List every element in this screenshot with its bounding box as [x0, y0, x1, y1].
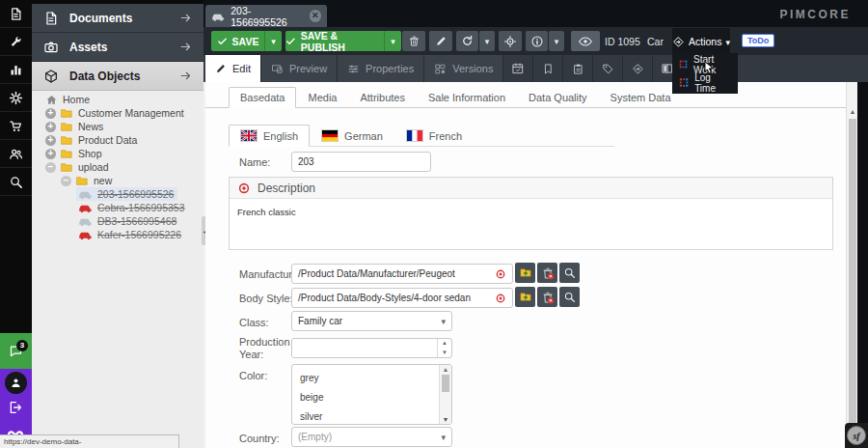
info-menu-button[interactable] — [549, 31, 564, 51]
reports-button[interactable] — [563, 55, 593, 82]
tab-language-french[interactable]: French — [394, 125, 474, 147]
save-menu-button[interactable] — [264, 31, 282, 51]
workflow-dots-icon — [679, 59, 688, 70]
panel-documents[interactable]: Documents — [32, 4, 203, 33]
rename-button[interactable] — [429, 31, 452, 51]
reload-button[interactable] — [456, 31, 478, 51]
document-tab[interactable]: 203-1566995526 ✕ — [205, 5, 327, 27]
tab-edit[interactable]: Edit — [205, 55, 261, 82]
tree-item-folder[interactable]: Shop — [32, 147, 203, 160]
collapse-icon[interactable] — [61, 176, 71, 186]
object-toolbar: SAVE SAVE & PUBLISH ID 1095 Car Actions — [203, 27, 868, 55]
tab-basedata[interactable]: Basedata — [229, 87, 296, 108]
tree-item-object[interactable]: Cobra-1566995353 — [32, 201, 203, 214]
tab-preview[interactable]: Preview — [261, 55, 338, 82]
body-style-input[interactable]: /Product Data/Body-Styles/4-door sedan — [291, 288, 513, 308]
scrollbar-thumb[interactable] — [442, 375, 449, 392]
calendar-check-icon — [511, 62, 525, 75]
expand-icon[interactable] — [45, 149, 56, 159]
class-select[interactable]: Family car — [291, 311, 452, 331]
save-publish-menu-button[interactable] — [384, 31, 401, 51]
tree-item-folder[interactable]: Product Data — [32, 133, 203, 147]
tags-button[interactable] — [593, 55, 623, 82]
reports-nav-icon[interactable] — [0, 56, 32, 84]
description-editor[interactable]: French classic — [230, 199, 832, 225]
tools-nav-icon[interactable] — [0, 28, 32, 56]
country-select[interactable]: (Empty) — [291, 427, 452, 447]
tree-item-folder[interactable]: upload — [32, 160, 203, 174]
tab-properties[interactable]: Properties — [338, 55, 424, 82]
trash-icon — [408, 35, 420, 47]
symfony-debug-toggle[interactable]: sf — [845, 423, 868, 448]
ecommerce-nav-icon[interactable] — [0, 112, 32, 140]
save-publish-button[interactable]: SAVE & PUBLISH — [285, 31, 384, 51]
locate-in-tree-button[interactable] — [499, 31, 522, 51]
search-relation-button[interactable] — [559, 263, 580, 283]
search-icon — [563, 266, 576, 279]
actions-button[interactable]: Actions — [672, 28, 730, 55]
remove-relation-button[interactable] — [537, 287, 557, 307]
pimcore-logo: PIMCORE — [779, 8, 851, 21]
object-id-label: ID 1095 — [605, 36, 640, 47]
class-label: Class: — [239, 317, 269, 328]
search-nav-icon[interactable] — [0, 168, 32, 196]
tree-item-object[interactable]: DB3-1566995468 — [32, 214, 203, 228]
tree-item-object[interactable]: 203-1566995526 — [32, 187, 203, 201]
save-button[interactable]: SAVE — [211, 31, 264, 51]
expand-icon[interactable] — [45, 135, 56, 146]
close-icon[interactable]: ✕ — [310, 10, 321, 22]
check-icon — [217, 36, 228, 46]
tree-item-object[interactable]: Kafer-1566995226 — [32, 228, 203, 241]
remove-relation-button[interactable] — [537, 263, 557, 283]
panel-assets[interactable]: Assets — [32, 33, 203, 62]
expand-icon[interactable] — [45, 108, 56, 119]
tab-language-german[interactable]: German — [310, 125, 394, 147]
collapse-icon[interactable] — [45, 162, 56, 173]
caret-down-icon — [441, 316, 446, 326]
info-button[interactable] — [526, 31, 548, 51]
panel-data-objects[interactable]: Data Objects — [32, 62, 203, 91]
tab-language-english[interactable]: English — [229, 125, 310, 147]
name-input[interactable]: 203 — [291, 152, 431, 172]
scrollbar-thumb[interactable] — [849, 119, 856, 428]
settings-nav-icon[interactable] — [0, 84, 32, 112]
tree-item-home[interactable]: Home — [32, 93, 203, 106]
color-multiselect[interactable]: grey beige silver ▲ ▼ — [291, 364, 452, 425]
tab-versions[interactable]: Versions — [424, 55, 503, 82]
tab-media[interactable]: Media — [296, 87, 348, 108]
schedule-button[interactable] — [503, 55, 533, 82]
tag-icon — [602, 63, 614, 75]
spinner-arrows[interactable]: ▲▼ — [437, 339, 451, 357]
chat-button[interactable]: 3 — [0, 333, 32, 369]
users-nav-icon[interactable] — [0, 140, 32, 168]
production-year-spinner[interactable]: ▲▼ — [291, 338, 452, 358]
tab-attributes[interactable]: Attributes — [348, 87, 416, 108]
notes-button[interactable] — [533, 55, 563, 82]
logout-icon[interactable] — [8, 400, 23, 415]
open-relation-button[interactable] — [515, 263, 535, 283]
color-option[interactable]: grey — [292, 369, 451, 388]
expand-icon[interactable] — [45, 122, 56, 132]
list-scrollbar[interactable]: ▲ ▼ — [439, 365, 451, 424]
search-relation-button[interactable] — [559, 287, 580, 307]
avatar[interactable] — [5, 372, 27, 394]
open-preview-button[interactable] — [571, 31, 600, 51]
workflow-button[interactable] — [623, 55, 653, 82]
workflow-status-badge[interactable]: ToDo — [742, 34, 774, 47]
tab-data-quality[interactable]: Data Quality — [517, 87, 599, 108]
tree-item-folder[interactable]: new — [32, 174, 203, 187]
open-relation-button[interactable] — [515, 287, 535, 307]
color-option[interactable]: silver — [292, 407, 451, 425]
name-label: Name: — [239, 156, 270, 168]
color-option[interactable]: beige — [292, 388, 451, 407]
documents-nav-icon[interactable] — [0, 0, 32, 28]
pencil-icon — [435, 35, 448, 47]
tab-sale-information[interactable]: Sale Information — [417, 87, 517, 108]
delete-button[interactable] — [402, 31, 425, 51]
tree-item-folder[interactable]: Customer Management — [32, 106, 203, 120]
menu-item-log-time[interactable]: Log Time — [672, 73, 738, 92]
tab-system-data[interactable]: System Data — [599, 87, 683, 108]
reload-menu-button[interactable] — [479, 31, 495, 51]
tree-item-folder[interactable]: News — [32, 120, 203, 133]
manufacturer-input[interactable]: /Product Data/Manufacturer/Peugeot — [291, 264, 513, 284]
